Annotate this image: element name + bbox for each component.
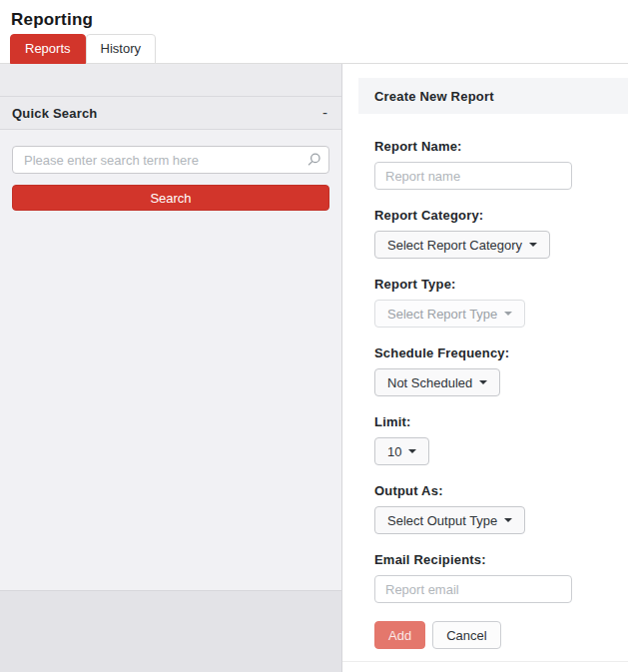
email-recipients-label: Email Recipients:: [374, 552, 612, 567]
form-group-email-recipients: Email Recipients:: [374, 552, 612, 603]
left-panel-spacer: [0, 64, 341, 96]
caret-down-icon: [504, 312, 512, 316]
reporting-page: Reporting Reports History Quick Search -: [0, 0, 628, 672]
cancel-button[interactable]: Cancel: [432, 621, 500, 649]
create-report-form: Report Name: Report Category: Select Rep…: [342, 114, 628, 649]
quick-search-panel: Quick Search - Search: [0, 64, 342, 672]
caret-down-icon: [408, 449, 416, 453]
search-input[interactable]: [12, 146, 329, 174]
form-group-output-as: Output As: Select Output Type: [374, 483, 612, 534]
page-header: Reporting: [0, 0, 628, 30]
form-group-report-type: Report Type: Select Report Type: [374, 277, 612, 328]
output-as-label: Output As:: [374, 483, 612, 498]
caret-down-icon: [529, 243, 537, 247]
form-group-limit: Limit: 10: [374, 414, 612, 465]
report-type-label: Report Type:: [374, 277, 612, 292]
report-type-value: Select Report Type: [387, 307, 497, 322]
search-input-wrap: [12, 146, 329, 174]
tab-bar: Reports History: [0, 35, 628, 64]
caret-down-icon: [504, 518, 512, 522]
caret-down-icon: [479, 380, 487, 384]
form-group-report-name: Report Name:: [374, 139, 612, 190]
report-category-label: Report Category:: [374, 208, 612, 223]
output-as-dropdown[interactable]: Select Output Type: [374, 506, 525, 534]
report-category-value: Select Report Category: [387, 238, 522, 253]
schedule-frequency-dropdown[interactable]: Not Scheduled: [374, 368, 500, 396]
page-title: Reporting: [11, 10, 618, 30]
limit-dropdown[interactable]: 10: [374, 437, 429, 465]
left-panel-footer: [0, 590, 341, 672]
email-recipients-input[interactable]: [374, 575, 572, 603]
main-content: Quick Search - Search Create New R: [0, 64, 628, 672]
quick-search-title: Quick Search: [12, 106, 98, 121]
create-report-header: Create New Report: [358, 78, 628, 114]
form-group-report-category: Report Category: Select Report Category: [374, 208, 612, 259]
report-name-label: Report Name:: [374, 139, 612, 154]
add-button[interactable]: Add: [374, 621, 425, 649]
tab-history[interactable]: History: [86, 34, 156, 64]
form-group-schedule-frequency: Schedule Frequency: Not Scheduled: [374, 345, 612, 396]
tab-reports[interactable]: Reports: [10, 34, 86, 64]
create-report-panel: Create New Report Report Name: Report Ca…: [342, 64, 628, 672]
report-name-input[interactable]: [374, 162, 572, 190]
form-actions: Add Cancel: [374, 621, 612, 649]
output-as-value: Select Output Type: [387, 513, 497, 528]
limit-value: 10: [387, 444, 401, 459]
schedule-frequency-value: Not Scheduled: [387, 375, 472, 390]
limit-label: Limit:: [374, 414, 612, 429]
quick-search-header: Quick Search -: [0, 96, 341, 130]
schedule-frequency-label: Schedule Frequency:: [374, 345, 612, 360]
create-report-title: Create New Report: [374, 89, 494, 104]
create-report-inner: Create New Report Report Name: Report Ca…: [342, 78, 628, 662]
report-type-dropdown[interactable]: Select Report Type: [374, 300, 525, 328]
quick-search-body: Search: [0, 130, 341, 590]
collapse-minus-icon[interactable]: -: [322, 108, 327, 118]
search-button[interactable]: Search: [12, 185, 329, 211]
report-category-dropdown[interactable]: Select Report Category: [374, 231, 550, 259]
